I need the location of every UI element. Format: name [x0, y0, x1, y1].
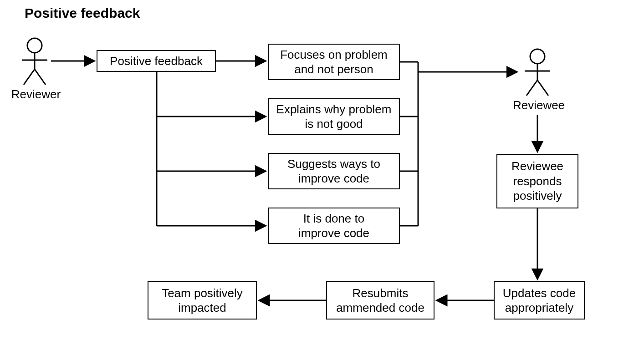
node-focus: Focuses on problemand not person — [268, 44, 400, 80]
node-team: Team positivelyimpacted — [148, 281, 257, 320]
svg-line-3 — [24, 69, 35, 85]
node-resubmits: Resubmitsammended code — [326, 281, 434, 320]
node-done: It is done toimprove code — [268, 208, 400, 244]
reviewer-label: Reviewer — [6, 87, 66, 101]
reviewer-actor-icon — [16, 37, 53, 87]
reviewee-actor-icon — [519, 48, 556, 98]
svg-point-0 — [27, 38, 42, 53]
svg-line-4 — [35, 69, 46, 85]
node-responds: Revieweerespondspositively — [496, 154, 578, 208]
diagram-title: Positive feedback — [25, 5, 140, 21]
svg-line-8 — [526, 80, 537, 96]
svg-point-5 — [530, 49, 545, 64]
node-explains: Explains why problemis not good — [268, 98, 400, 135]
node-positive-feedback: Positive feedback — [97, 50, 216, 72]
node-suggests: Suggests ways toimprove code — [268, 153, 400, 189]
node-updates: Updates codeappropriately — [494, 281, 585, 320]
svg-line-9 — [537, 80, 548, 96]
reviewee-label: Reviewee — [509, 98, 568, 112]
